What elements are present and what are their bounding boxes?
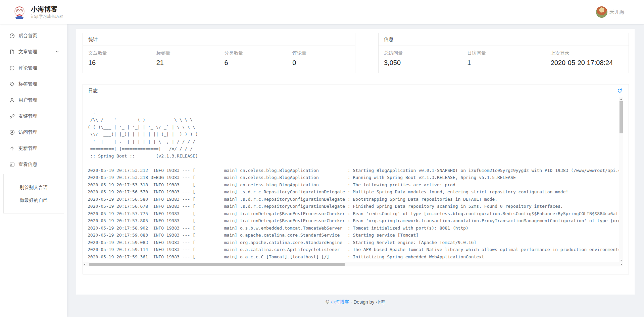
log-line: 2020-05-19 20:17:59.083 INFO 19383 --- [… <box>88 239 619 246</box>
stat-article-count: 文章数量 16 <box>83 50 151 67</box>
top-cards-row: 统计 文章数量 16 标签量 21 分类数量 6 <box>83 33 629 73</box>
statistics-card-body: 文章数量 16 标签量 21 分类数量 6 评论量 <box>83 46 355 73</box>
comment-icon <box>9 65 15 71</box>
log-card-header: 日志 <box>83 84 629 97</box>
log-line: 2020-05-19 20:17:57.775 INFO 19383 --- [… <box>88 210 619 217</box>
sidebar-item-label: 后台首页 <box>18 33 37 39</box>
sidebar-item-label: 文章管理 <box>18 49 37 55</box>
sidebar-item-users[interactable]: 用户管理 <box>0 92 67 108</box>
sidebar-item-label: 更新管理 <box>18 145 37 151</box>
horizontal-scrollbar[interactable] <box>83 262 623 266</box>
stat-daily-visits: 日访问量 1 <box>462 50 545 67</box>
scroll-right-arrow-icon[interactable] <box>621 263 622 265</box>
log-card-title: 日志 <box>88 88 98 94</box>
app-header: 小海博客 记录学习成长历程 禾几海 <box>0 0 644 24</box>
log-line: 2020-05-19 20:17:56.678 INFO 19383 --- [… <box>88 203 619 210</box>
sidebar-item-label: 标签管理 <box>18 81 37 87</box>
page-footer: © 小海博客 - Design by 小海 <box>76 299 635 305</box>
log-line: 2020-05-19 20:17:57.805 INFO 19383 --- [… <box>88 217 619 225</box>
site-subtitle: 记录学习成长历程 <box>31 14 63 19</box>
user-menu[interactable]: 禾几海 <box>596 6 644 18</box>
sidebar-item-articles[interactable]: 文章管理 <box>0 44 67 60</box>
stat-value: 3,050 <box>384 59 462 67</box>
refresh-log-button[interactable] <box>617 88 623 94</box>
stat-value: 6 <box>225 59 287 67</box>
sidebar-item-updates[interactable]: 更新管理 <box>0 140 67 156</box>
log-line: 2020-05-19 20:17:58.902 INFO 19383 --- [… <box>88 225 619 232</box>
spring-banner-line: :: Spring Boot :: (v2.1.3.RELEASE) <box>88 152 619 160</box>
sidebar-item-tags[interactable]: 标签管理 <box>0 76 67 92</box>
motto-line-1: 别管别人言语 <box>4 181 64 194</box>
sidebar-item-label: 用户管理 <box>18 97 37 103</box>
stat-label: 分类数量 <box>225 50 287 56</box>
user-name: 禾几海 <box>609 9 625 15</box>
log-blank-line <box>88 102 619 109</box>
spring-banner-line: ' |____| .__|_| |_|_| |_\__, | / / / / <box>88 138 619 145</box>
scroll-up-arrow-icon[interactable] <box>620 99 622 100</box>
stat-label: 评论量 <box>292 50 355 56</box>
log-line: 2020-05-19 20:17:53.318 DEBUG 19383 --- … <box>88 174 619 181</box>
stat-value: 21 <box>156 59 219 67</box>
stat-value: 1 <box>467 59 545 67</box>
horizontal-scrollbar-thumb[interactable] <box>89 263 345 266</box>
user-avatar[interactable] <box>596 6 607 18</box>
motto-line-2: 做最好的自己 <box>4 194 64 206</box>
statistics-card: 统计 文章数量 16 标签量 21 分类数量 6 <box>83 33 355 73</box>
log-line: 2020-05-19 20:17:56.580 INFO 19383 --- [… <box>88 196 619 203</box>
stat-tag-count: 标签量 21 <box>151 50 219 67</box>
footer-copyright: © <box>326 299 331 305</box>
compass-icon <box>9 130 15 135</box>
site-title: 小海博客 <box>31 5 63 13</box>
chevron-down-icon <box>55 49 59 55</box>
scroll-down-arrow-icon[interactable] <box>620 260 622 261</box>
log-card: 日志 . ____ _ __ _ _ <box>83 84 629 274</box>
sidebar: 后台首页 文章管理 评论管理 <box>0 24 67 317</box>
log-blank-line <box>88 160 619 167</box>
sidebar-item-dashboard[interactable]: 后台首页 <box>0 28 67 44</box>
arrow-up-icon <box>9 146 15 151</box>
spring-banner-line: \\/ ___)| |_)| | | | | || (_| | ) ) ) ) <box>88 131 619 138</box>
spring-banner-line: /\\ / ___'_ __ _ _(_)_ __ __ _ \ \ \ \ <box>88 116 619 124</box>
user-icon <box>9 98 15 103</box>
refresh-icon <box>617 88 622 93</box>
log-line: 2020-05-19 20:17:59.361 INFO 19383 --- [… <box>88 253 619 261</box>
stat-label: 日访问量 <box>467 50 545 56</box>
stat-last-login: 上次登录 2020-05-20 17:08:24 <box>545 50 629 67</box>
sidebar-item-comments[interactable]: 评论管理 <box>0 60 67 76</box>
dashboard-icon <box>9 33 15 39</box>
stat-value: 2020-05-20 17:08:24 <box>551 59 629 67</box>
stat-label: 总访问量 <box>384 50 462 56</box>
sidebar-item-label: 访问管理 <box>18 129 37 135</box>
vertical-scrollbar-thumb[interactable] <box>620 101 623 133</box>
stat-comment-count: 评论量 0 <box>287 50 355 67</box>
info-card-title: 信息 <box>379 33 629 46</box>
log-line: 2020-05-19 20:17:53.312 INFO 19383 --- [… <box>88 167 619 174</box>
stat-label: 文章数量 <box>88 50 151 56</box>
scroll-left-arrow-icon[interactable] <box>84 263 85 265</box>
tag-icon <box>9 81 15 87</box>
log-line: 2020-05-19 20:17:56.570 INFO 19383 --- [… <box>88 188 619 196</box>
footer-site-link[interactable]: 小海博客 <box>331 299 349 305</box>
log-viewport: . ____ _ __ _ _ /\\ / ___'_ __ _ _(_)_ _… <box>83 97 623 266</box>
logo-text: 小海博客 记录学习成长历程 <box>31 5 63 19</box>
sidebar-item-label: 评论管理 <box>18 65 37 71</box>
article-icon <box>9 49 15 55</box>
page-body: 后台首页 文章管理 评论管理 <box>0 24 644 317</box>
stat-category-count: 分类数量 6 <box>219 50 287 67</box>
sidebar-item-label: 查看信息 <box>18 162 37 168</box>
link-icon <box>9 114 15 119</box>
log-line: 2020-05-19 20:17:53.318 INFO 19383 --- [… <box>88 181 619 189</box>
sidebar-item-friend-links[interactable]: 友链管理 <box>0 108 67 124</box>
stat-label: 上次登录 <box>551 50 629 56</box>
info-card-body: 总访问量 3,050 日访问量 1 上次登录 2020-05-20 17:08:… <box>379 46 629 73</box>
info-card: 信息 总访问量 3,050 日访问量 1 上次登录 2020-05-20 17: <box>378 33 629 73</box>
sidebar-item-visits[interactable]: 访问管理 <box>0 124 67 140</box>
sidebar-item-label: 友链管理 <box>18 113 37 119</box>
sidebar-item-view-info[interactable]: 查看信息 <box>0 156 67 173</box>
vertical-scrollbar[interactable] <box>619 97 623 262</box>
motto-box: 别管别人言语 做最好的自己 <box>3 174 64 213</box>
spring-banner-line: =========|_|==============|___/=/_/_/_/ <box>88 145 619 152</box>
spring-banner-line: ( ( )\___ | '_ | '_| | '_ \/ _` | \ \ \ … <box>88 124 619 131</box>
log-line: 2020-05-19 20:17:59.114 INFO 19383 --- [… <box>88 246 619 253</box>
stat-total-visits: 总访问量 3,050 <box>379 50 462 67</box>
